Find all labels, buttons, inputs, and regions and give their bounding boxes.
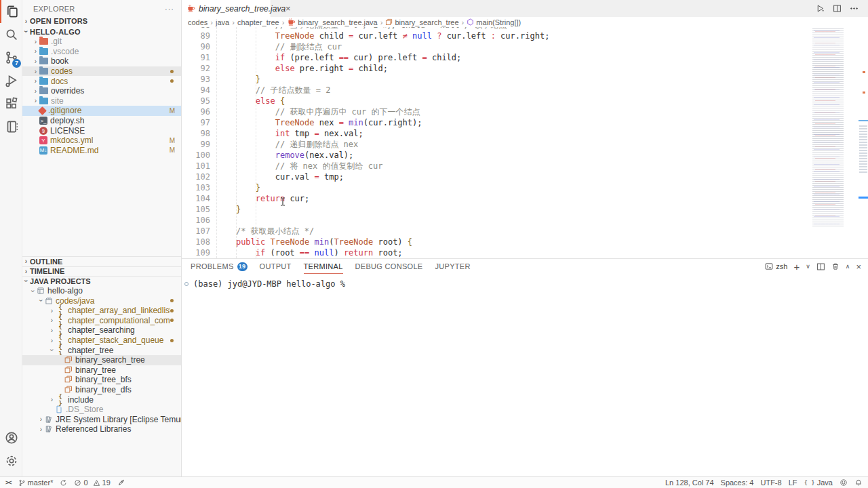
code-line-96: 96 // 获取中序遍历中 cur 的下一个结点 <box>182 106 868 117</box>
split-terminal-icon[interactable] <box>816 262 825 271</box>
class-icon <box>64 356 73 364</box>
chevron-icon: › <box>48 396 56 403</box>
maximize-panel-icon[interactable]: ∧ <box>846 263 850 270</box>
explorer-item-book[interactable]: ›book <box>22 56 181 66</box>
more-actions-button[interactable] <box>850 4 859 13</box>
chevron-icon: › <box>37 297 45 304</box>
feedback-icon[interactable] <box>840 479 848 487</box>
java-project-item-codes-java[interactable]: ›codes/java <box>22 296 181 306</box>
git-branch[interactable]: master* <box>18 479 54 487</box>
java-project-item-binary-tree-bfs[interactable]: binary_tree_bfs <box>22 375 181 385</box>
terminal[interactable]: (base) jyd@JYD-MBP hello-algo % <box>182 274 868 289</box>
breadcrumb-item[interactable]: binary_search_tree <box>385 18 458 26</box>
activity-bar-account[interactable] <box>0 426 22 449</box>
explorer-item-mkdocs-yml[interactable]: Ymkdocs.ymlM <box>22 136 181 146</box>
activity-bar-explorer[interactable] <box>0 0 22 23</box>
breadcrumb-item[interactable]: main(String[]) <box>467 18 521 26</box>
java-project-item-referenced-libraries[interactable]: ›Referenced Libraries <box>22 424 181 434</box>
tab-binary-search-tree[interactable]: binary_search_tree.java × <box>182 0 271 17</box>
split-editor-button[interactable] <box>833 4 842 13</box>
java-project-item-binary-tree[interactable]: binary_tree <box>22 365 181 375</box>
search-icon <box>4 27 19 42</box>
java-project-item-chapter-stack-and-queue[interactable]: ›{ }chapter_stack_and_queue <box>22 336 181 346</box>
explorer-item-deploy-sh[interactable]: >_deploy.sh <box>22 116 181 126</box>
explorer-item--vscode[interactable]: ›.vscode <box>22 47 181 57</box>
cursor-position[interactable]: Ln 128, Col 74 <box>665 479 714 487</box>
panel-tab-debug-console[interactable]: DEBUG CONSOLE <box>355 259 423 274</box>
java-project-item-jre-system-library-eclipse-temurin-17-17-[interactable]: ›JRE System Library [Eclipse Temurin 17 … <box>22 415 181 425</box>
folder-icon <box>39 68 48 75</box>
explorer-title: EXPLORER <box>33 5 75 13</box>
activity-bar-extensions[interactable] <box>0 92 22 115</box>
java-project-item-binary-tree-dfs[interactable]: binary_tree_dfs <box>22 385 181 395</box>
new-terminal-icon[interactable]: + <box>793 261 800 272</box>
explorer-item-site[interactable]: ›site <box>22 96 181 106</box>
java-project-item-binary-search-tree[interactable]: binary_search_tree <box>22 355 181 365</box>
section-java-projects[interactable]: ›JAVA PROJECTS <box>22 276 181 286</box>
explorer-item-readme-md[interactable]: M↓README.mdM <box>22 146 181 156</box>
explorer-more-icon[interactable]: ··· <box>165 5 174 13</box>
activity-bar-run-and-debug[interactable] <box>0 69 22 92</box>
line-number: 107 <box>182 226 210 237</box>
gear-icon <box>4 453 19 468</box>
explorer-item--gitignore[interactable]: .gitignoreM <box>22 106 181 116</box>
breadcrumb-item[interactable]: java <box>216 18 229 26</box>
line-number: 99 <box>182 139 210 150</box>
panel-tab-output[interactable]: OUTPUT <box>260 259 292 274</box>
encoding[interactable]: UTF-8 <box>760 479 781 487</box>
bell-icon[interactable] <box>854 479 863 487</box>
panel-tab-problems[interactable]: PROBLEMS19 <box>191 259 248 274</box>
overview-ruler[interactable] <box>859 0 868 231</box>
open-editors-section[interactable]: › OPEN EDITORS <box>22 16 181 26</box>
trash-icon[interactable] <box>831 262 840 270</box>
java-project-item-chapter-searching[interactable]: ›{ }chapter_searching <box>22 325 181 336</box>
run-button[interactable] <box>816 4 825 13</box>
modified-dot-badge <box>170 299 174 302</box>
chevron-icon: › <box>32 77 39 85</box>
explorer-item-codes[interactable]: ›codes <box>22 66 181 77</box>
line-number: 109 <box>182 247 210 258</box>
java-server-status[interactable] <box>117 479 125 487</box>
yaml-file-icon: Y <box>39 136 47 144</box>
close-icon[interactable]: × <box>285 3 291 14</box>
eol[interactable]: LF <box>789 479 797 487</box>
code-line-102: 102 cur.val = tmp; <box>182 171 868 182</box>
shell-indicator[interactable]: zsh <box>765 262 787 270</box>
section-outline[interactable]: ›OUTLINE <box>22 256 181 266</box>
java-project-item-include[interactable]: ›{ }include <box>22 394 181 405</box>
sync-button[interactable] <box>60 479 67 487</box>
java-project-item-chapter-array-and-linkedlist[interactable]: ›{ }chapter_array_and_linkedlist <box>22 306 181 316</box>
library-icon <box>45 425 53 433</box>
remote-indicator[interactable]: >< <box>5 479 12 486</box>
minimap[interactable] <box>810 28 859 226</box>
breadcrumb-item[interactable]: binary_search_tree.java <box>287 18 377 26</box>
activity-bar-source-control[interactable]: 7 <box>0 46 22 69</box>
panel-tab-jupyter[interactable]: JUPYTER <box>435 259 470 274</box>
java-project-item-chapter-tree[interactable]: ›{ }chapter_tree <box>22 345 181 355</box>
indentation[interactable]: Spaces: 4 <box>721 479 754 487</box>
close-panel-icon[interactable]: × <box>856 262 861 272</box>
java-project-item--ds-store[interactable]: .DS_Store <box>22 405 181 415</box>
line-number: 101 <box>182 161 210 171</box>
explorer-item-docs[interactable]: ›docs <box>22 76 181 86</box>
explorer-item-overrides[interactable]: ›overrides <box>22 86 181 96</box>
java-project-item-hello-algo[interactable]: ›hello-algo <box>22 286 181 296</box>
language-mode[interactable]: { } Java <box>804 479 833 487</box>
activity-bar-search[interactable] <box>0 23 22 46</box>
code-editor[interactable]: 88 // 当子结点数量 = 0 / 1 时, child = null / 该… <box>182 27 868 258</box>
problems-summary[interactable]: 0 19 <box>74 479 110 487</box>
chevron-down-icon[interactable]: ∨ <box>806 263 810 270</box>
section-timeline[interactable]: ›TIMELINE <box>22 266 181 277</box>
java-project-item-chapter-computational-complexity[interactable]: ›{ }chapter_computational_complexity <box>22 316 181 326</box>
activity-bar-notebook[interactable] <box>0 115 22 138</box>
breadcrumb-item[interactable]: chapter_tree <box>237 18 279 26</box>
code-line-94: 94 // 子结点数量 = 2 <box>182 85 868 96</box>
activity-bar-settings[interactable] <box>0 449 22 472</box>
breadcrumb-item[interactable]: codes <box>188 18 208 26</box>
workspace-root[interactable]: › HELLO-ALGO <box>22 26 181 37</box>
notebook-icon <box>4 119 19 134</box>
chevron-icon: › <box>29 287 37 295</box>
explorer-item--git[interactable]: ›.git <box>22 37 181 47</box>
explorer-item-license[interactable]: §LICENSE <box>22 125 181 136</box>
panel-tab-terminal[interactable]: TERMINAL <box>304 259 343 274</box>
